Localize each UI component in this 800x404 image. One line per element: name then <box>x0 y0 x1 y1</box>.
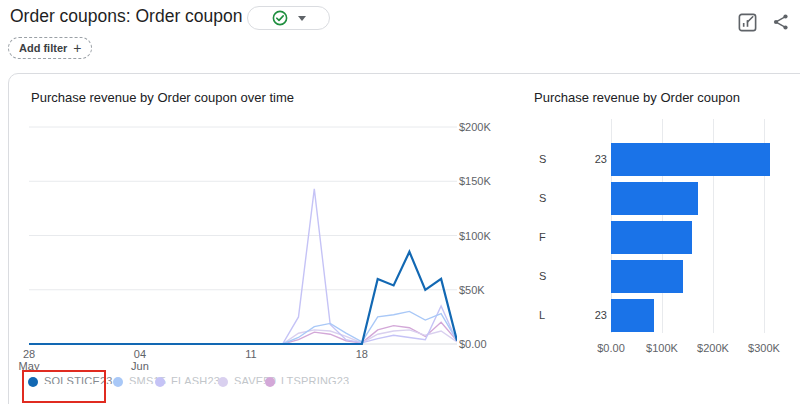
customize-report-icon <box>737 12 758 33</box>
report-status-dropdown[interactable] <box>247 6 330 30</box>
y-axis-tick-label: $200K <box>459 121 505 135</box>
legend-dot-icon <box>218 377 228 387</box>
x-axis-tick-label: $300K <box>741 342 787 354</box>
legend-item-FLASH23[interactable]: FLASH23 <box>155 376 220 387</box>
page-title: Order coupons: Order coupon <box>10 6 243 27</box>
y-axis-tick-label: $0.00 <box>459 338 505 352</box>
analytics-report-page: Order coupons: Order coupon <box>0 0 800 404</box>
series-line-FLASH23[interactable] <box>29 189 457 344</box>
legend-dot-icon <box>265 377 275 387</box>
add-filter-button[interactable]: Add filter + <box>8 37 92 59</box>
legend-item-LTSPRING23[interactable]: LTSPRING23 <box>265 376 349 387</box>
check-circle-icon <box>272 10 288 26</box>
bar-row[interactable] <box>611 182 698 215</box>
charts-card: Purchase revenue by Order coupon over ti… <box>8 73 800 404</box>
x-axis-tick-label: 04Jun <box>118 348 162 372</box>
x-axis-tick-label: $100K <box>639 342 685 354</box>
series-line-SOLSTICE23[interactable] <box>29 252 457 344</box>
y-axis-tick-label: $150K <box>459 175 505 189</box>
bar-row[interactable] <box>611 221 692 254</box>
bar-row[interactable] <box>611 299 654 332</box>
series-line-SMS15[interactable] <box>29 311 457 344</box>
report-header: Order coupons: Order coupon <box>0 0 800 73</box>
x-axis-tick-label: $0.00 <box>588 342 634 354</box>
legend-dot-icon <box>155 377 165 387</box>
bar-row-label: S <box>539 192 607 206</box>
bar-row-label: S <box>539 270 607 284</box>
legend-label: FLASH23 <box>171 376 220 384</box>
series-line-SAVE50[interactable] <box>29 330 457 344</box>
line-chart-plot[interactable] <box>29 119 457 349</box>
add-filter-label: Add filter <box>19 42 67 54</box>
line-chart-title: Purchase revenue by Order coupon over ti… <box>31 90 294 105</box>
bar-row-label: L23 <box>539 309 607 323</box>
bar-row[interactable] <box>611 143 770 176</box>
bar-chart-title: Purchase revenue by Order coupon <box>534 90 740 105</box>
legend-label: SOLSTICE23 <box>44 376 113 384</box>
chevron-down-icon <box>298 16 306 21</box>
legend-item-SOLSTICE23[interactable]: SOLSTICE23 <box>28 376 113 387</box>
series-line-LTSPRING23[interactable] <box>29 322 457 344</box>
legend-dot-icon <box>113 377 123 387</box>
y-axis-tick-label: $50K <box>459 284 505 298</box>
bar-row-label: S23 <box>539 153 607 167</box>
legend-dot-icon <box>28 377 38 387</box>
customize-report-button[interactable] <box>734 9 760 35</box>
share-button[interactable] <box>768 9 794 35</box>
x-axis-tick-label: 18 <box>340 348 384 360</box>
bar-row[interactable] <box>611 260 683 293</box>
bar-row-label: F <box>539 231 607 245</box>
plus-icon: + <box>73 40 81 56</box>
y-axis-tick-label: $100K <box>459 230 505 244</box>
x-axis-tick-label: 28May <box>7 348 51 372</box>
share-icon <box>772 13 790 31</box>
x-axis-tick-label: $200K <box>690 342 736 354</box>
legend-label: LTSPRING23 <box>281 376 349 384</box>
x-axis-tick-label: 11 <box>229 348 273 360</box>
